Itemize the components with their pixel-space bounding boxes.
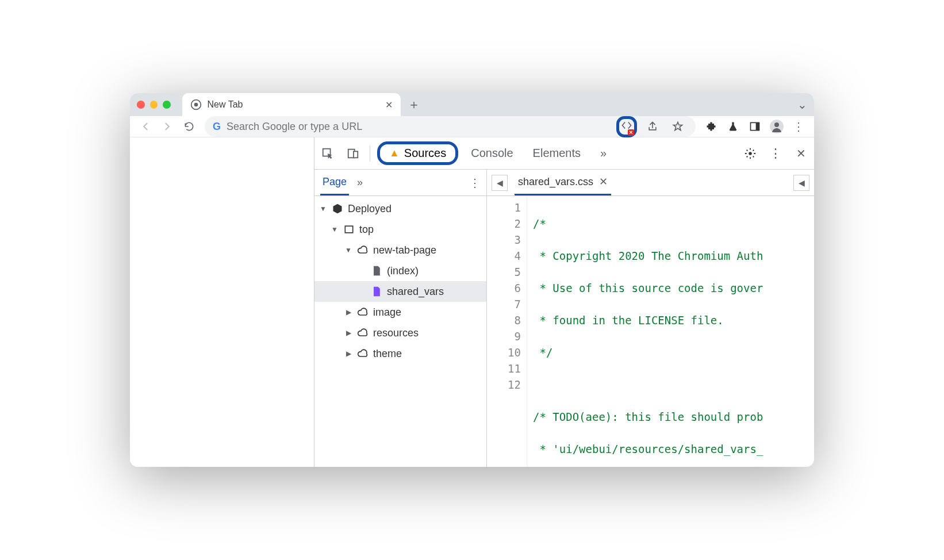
tree-theme[interactable]: ▶ theme <box>314 343 486 364</box>
maximize-window-button[interactable] <box>163 101 171 109</box>
close-window-button[interactable] <box>137 101 145 109</box>
devtools-indicator-highlight: ✕ <box>616 116 637 137</box>
tab-list-button[interactable]: ⌄ <box>797 98 807 112</box>
side-panel-icon[interactable] <box>745 117 765 136</box>
sidebar-tab-page[interactable]: Page <box>320 170 349 195</box>
browser-tab[interactable]: New Tab ✕ <box>182 93 401 116</box>
warning-icon: ▲ <box>389 147 400 159</box>
tree-label: top <box>359 224 374 236</box>
disclosure-triangle-icon[interactable]: ▶ <box>344 308 352 316</box>
file-tab[interactable]: shared_vars.css ✕ <box>515 170 611 195</box>
toolbar: G ✕ <box>130 116 814 137</box>
disclosure-triangle-icon[interactable]: ▶ <box>344 329 352 337</box>
nav-left-icon[interactable]: ◀ <box>492 175 508 191</box>
tab-console[interactable]: Console <box>464 143 520 163</box>
tree-shared-vars[interactable]: shared_vars <box>314 281 486 302</box>
document-icon <box>371 265 382 277</box>
editor-tabbar: ◀ shared_vars.css ✕ ◀ <box>487 170 814 196</box>
svg-rect-3 <box>756 122 759 130</box>
reload-button[interactable] <box>179 117 199 136</box>
disclosure-triangle-icon[interactable]: ▶ <box>344 350 352 358</box>
frame-icon <box>343 224 355 235</box>
svg-rect-8 <box>354 151 358 158</box>
tree-new-tab-page[interactable]: ▼ new-tab-page <box>314 240 486 260</box>
cloud-icon <box>357 327 369 339</box>
file-tab-label: shared_vars.css <box>518 176 593 188</box>
extensions-icon[interactable] <box>701 117 721 136</box>
close-devtools-icon[interactable]: ✕ <box>791 144 811 163</box>
svg-rect-10 <box>345 226 352 233</box>
page-viewport <box>130 137 314 467</box>
tree-label: Deployed <box>348 203 392 215</box>
tab-close-icon[interactable]: ✕ <box>385 99 393 110</box>
device-toolbar-icon[interactable] <box>343 144 363 163</box>
css-file-icon <box>371 286 382 297</box>
tree-label: shared_vars <box>387 286 444 298</box>
svg-point-5 <box>774 122 779 127</box>
line-number-gutter: 1 2 3 4 5 6 7 8 9 10 11 12 <box>487 196 527 467</box>
chrome-favicon-icon <box>190 99 202 110</box>
back-button[interactable] <box>136 117 155 136</box>
disclosure-triangle-icon[interactable]: ▼ <box>344 246 352 254</box>
tree-image[interactable]: ▶ image <box>314 302 486 323</box>
minimize-window-button[interactable] <box>150 101 158 109</box>
new-tab-button[interactable]: ＋ <box>405 96 423 113</box>
tab-title: New Tab <box>208 99 243 110</box>
tab-strip: New Tab ✕ ＋ ⌄ <box>130 93 814 116</box>
tree-label: new-tab-page <box>373 244 436 256</box>
tab-console-label: Console <box>471 147 513 160</box>
omnibox-input[interactable] <box>227 121 611 133</box>
code-content: /* * Copyright 2020 The Chromium Auth * … <box>527 196 814 467</box>
nav-right-icon[interactable]: ◀ <box>793 175 809 191</box>
sidebar-tabs-overflow-icon[interactable]: » <box>357 177 363 189</box>
tree-top[interactable]: ▼ top <box>314 219 486 240</box>
tree-index[interactable]: (index) <box>314 260 486 281</box>
disclosure-triangle-icon[interactable]: ▼ <box>331 225 339 233</box>
box-icon <box>332 203 343 214</box>
forward-button[interactable] <box>158 117 177 136</box>
sources-sidebar: Page » ⋮ ▼ Deployed ▼ top <box>314 170 487 467</box>
devtools-menu-icon[interactable]: ⋮ <box>766 144 785 163</box>
code-error-icon[interactable]: ✕ <box>621 120 632 134</box>
tabs-overflow-icon[interactable]: » <box>593 143 613 163</box>
svg-point-9 <box>749 152 752 155</box>
divider <box>370 145 370 162</box>
devtools-panel: ▲ Sources Console Elements » ⋮ ✕ <box>314 137 814 467</box>
share-icon[interactable] <box>643 117 662 136</box>
settings-gear-icon[interactable] <box>740 144 760 163</box>
editor-column: ◀ shared_vars.css ✕ ◀ 1 2 3 4 5 6 7 8 9 … <box>487 170 814 467</box>
traffic-lights <box>137 101 171 109</box>
omnibox[interactable]: G ✕ <box>205 116 696 137</box>
tab-elements[interactable]: Elements <box>526 143 588 163</box>
bookmark-star-icon[interactable] <box>668 117 688 136</box>
sidebar-menu-icon[interactable]: ⋮ <box>469 176 481 190</box>
tree-deployed[interactable]: ▼ Deployed <box>314 198 486 219</box>
cloud-icon <box>357 244 369 256</box>
browser-window: New Tab ✕ ＋ ⌄ G ✕ <box>130 93 814 467</box>
svg-point-1 <box>194 103 198 107</box>
code-editor[interactable]: 1 2 3 4 5 6 7 8 9 10 11 12 /* * Copyrigh… <box>487 196 814 467</box>
content-area: ▲ Sources Console Elements » ⋮ ✕ <box>130 137 814 467</box>
tab-sources-label: Sources <box>404 147 446 160</box>
tab-elements-label: Elements <box>533 147 581 160</box>
cloud-icon <box>357 306 369 318</box>
tree-label: (index) <box>387 265 419 277</box>
chrome-menu-icon[interactable]: ⋮ <box>789 117 808 136</box>
tree-resources[interactable]: ▶ resources <box>314 323 486 343</box>
tab-sources[interactable]: ▲ Sources <box>377 141 458 165</box>
inspect-element-icon[interactable] <box>318 144 337 163</box>
tree-label: resources <box>373 327 419 339</box>
google-logo-icon: G <box>213 121 221 133</box>
sidebar-tabs: Page » ⋮ <box>314 170 486 196</box>
devtools-tabbar: ▲ Sources Console Elements » ⋮ ✕ <box>314 137 814 170</box>
file-tree: ▼ Deployed ▼ top ▼ new-tab-page <box>314 196 486 467</box>
profile-avatar-icon[interactable] <box>767 117 786 136</box>
labs-flask-icon[interactable] <box>723 117 743 136</box>
tree-label: theme <box>373 348 402 360</box>
cloud-icon <box>357 348 369 359</box>
file-tab-close-icon[interactable]: ✕ <box>599 175 608 188</box>
disclosure-triangle-icon[interactable]: ▼ <box>319 205 327 213</box>
tree-label: image <box>373 306 401 319</box>
